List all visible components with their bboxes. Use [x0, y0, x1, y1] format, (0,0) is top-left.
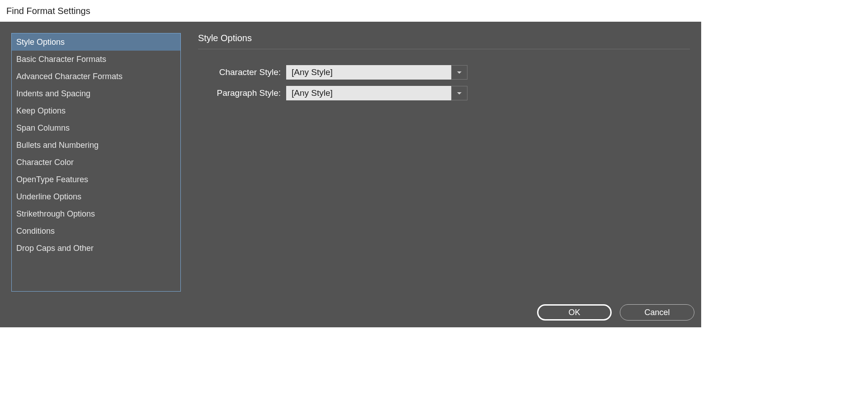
- field-row-character-style: Character Style: [Any Style]: [198, 65, 690, 80]
- sidebar-item-conditions[interactable]: Conditions: [12, 222, 180, 240]
- sidebar-item-opentype-features[interactable]: OpenType Features: [12, 171, 180, 188]
- sidebar-item-label: Conditions: [16, 226, 55, 236]
- sidebar-item-span-columns[interactable]: Span Columns: [12, 119, 180, 137]
- sidebar-item-label: OpenType Features: [16, 175, 88, 184]
- chevron-down-icon: [457, 89, 462, 97]
- ok-button-label: OK: [568, 308, 580, 317]
- main-panel: Style Options Character Style: [Any Styl…: [198, 33, 690, 107]
- field-row-paragraph-style: Paragraph Style: [Any Style]: [198, 86, 690, 100]
- sidebar-item-label: Strikethrough Options: [16, 209, 95, 219]
- sidebar-item-label: Advanced Character Formats: [16, 72, 123, 81]
- character-style-dropdown-button[interactable]: [451, 65, 467, 80]
- sidebar-item-basic-character-formats[interactable]: Basic Character Formats: [12, 51, 180, 68]
- sidebar-item-drop-caps-and-other[interactable]: Drop Caps and Other: [12, 240, 180, 257]
- sidebar-item-strikethrough-options[interactable]: Strikethrough Options: [12, 205, 180, 222]
- sidebar-item-underline-options[interactable]: Underline Options: [12, 188, 180, 205]
- sidebar-item-label: Keep Options: [16, 106, 66, 116]
- dialog-title: Find Format Settings: [6, 6, 90, 16]
- paragraph-style-dropdown[interactable]: [Any Style]: [286, 86, 467, 100]
- paragraph-style-label: Paragraph Style:: [198, 88, 286, 98]
- dialog-buttons: OK Cancel: [537, 304, 694, 321]
- sidebar-item-label: Span Columns: [16, 123, 70, 133]
- ok-button[interactable]: OK: [537, 304, 612, 321]
- sidebar-item-label: Bullets and Numbering: [16, 141, 99, 150]
- dialog-body: Style Options Basic Character Formats Ad…: [0, 22, 701, 327]
- sidebar-item-style-options[interactable]: Style Options: [12, 33, 180, 51]
- sidebar-item-keep-options[interactable]: Keep Options: [12, 102, 180, 119]
- cancel-button[interactable]: Cancel: [620, 304, 694, 321]
- panel-heading: Style Options: [198, 33, 690, 49]
- sidebar-item-character-color[interactable]: Character Color: [12, 154, 180, 171]
- character-style-label: Character Style:: [198, 67, 286, 77]
- paragraph-style-dropdown-button[interactable]: [451, 86, 467, 100]
- character-style-dropdown[interactable]: [Any Style]: [286, 65, 467, 80]
- cancel-button-label: Cancel: [644, 308, 670, 317]
- sidebar-item-advanced-character-formats[interactable]: Advanced Character Formats: [12, 68, 180, 85]
- paragraph-style-value: [Any Style]: [286, 86, 451, 100]
- category-sidebar: Style Options Basic Character Formats Ad…: [11, 33, 181, 292]
- chevron-down-icon: [457, 68, 462, 76]
- titlebar: Find Format Settings: [0, 0, 701, 22]
- sidebar-item-label: Indents and Spacing: [16, 89, 90, 99]
- sidebar-item-bullets-and-numbering[interactable]: Bullets and Numbering: [12, 137, 180, 154]
- dialog-window: Find Format Settings Style Options Basic…: [0, 0, 701, 327]
- sidebar-item-label: Character Color: [16, 158, 74, 167]
- character-style-value: [Any Style]: [286, 65, 451, 80]
- sidebar-item-label: Underline Options: [16, 192, 81, 202]
- sidebar-item-label: Basic Character Formats: [16, 55, 106, 64]
- sidebar-item-label: Style Options: [16, 38, 65, 47]
- sidebar-item-label: Drop Caps and Other: [16, 244, 94, 253]
- sidebar-item-indents-and-spacing[interactable]: Indents and Spacing: [12, 85, 180, 102]
